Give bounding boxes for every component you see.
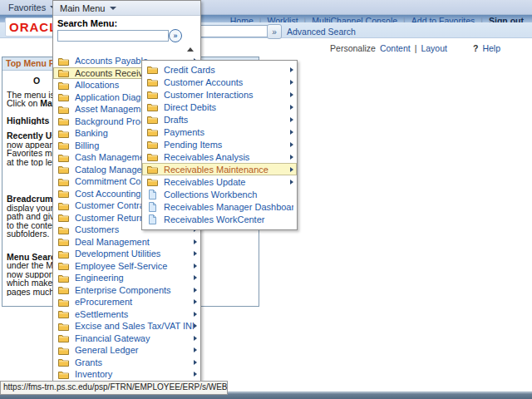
menu-item-employee-self-service[interactable]: Employee Self-Service [53, 260, 200, 273]
folder-icon [58, 68, 69, 77]
folder-icon [58, 237, 69, 246]
submenu-arrow-icon [194, 372, 197, 377]
application-window: Home|Worklist|MultiChannel Console|Add t… [0, 0, 532, 399]
page-icon [147, 190, 158, 200]
folder-icon [58, 333, 69, 342]
personalize-layout-link[interactable]: Layout [421, 43, 447, 53]
folder-icon [58, 153, 69, 162]
submenu-item-drafts[interactable]: Drafts [142, 113, 297, 126]
submenu-item-customer-interactions[interactable]: Customer Interactions [142, 88, 297, 101]
advanced-search-link[interactable]: Advanced Search [287, 27, 356, 37]
folder-icon [58, 346, 69, 355]
menu-item-label: Customer Interactions [164, 90, 290, 100]
scroll-up-icon [187, 47, 194, 52]
menu-item-eprocurement[interactable]: eProcurement [53, 296, 200, 308]
personalize-separator: | [415, 43, 417, 53]
folder-icon [58, 177, 69, 186]
menu-item-label: Receivables Manager Dashboard [164, 202, 293, 212]
menu-item-enterprise-components[interactable]: Enterprise Components [53, 284, 200, 297]
menu-item-development-utilities[interactable]: Development Utilities [53, 248, 200, 260]
submenu-item-customer-accounts[interactable]: Customer Accounts [142, 76, 297, 88]
folder-icon [58, 370, 69, 379]
folder-icon [58, 357, 69, 367]
menu-item-label: Receivables Maintenance [164, 165, 290, 175]
submenu-item-credit-cards[interactable]: Credit Cards [142, 63, 297, 76]
menu-item-engineering[interactable]: Engineering [53, 272, 200, 284]
submenu-item-receivables-manager-dashboard[interactable]: Receivables Manager Dashboard [142, 200, 297, 213]
search-menu-label: Search Menu: [53, 16, 200, 29]
menu-item-label: eSettlements [75, 309, 194, 319]
submenu-arrow-icon [290, 167, 293, 172]
folder-icon [58, 116, 69, 126]
submenu-item-pending-items[interactable]: Pending Items [142, 138, 297, 150]
submenu-item-direct-debits[interactable]: Direct Debits [142, 101, 297, 113]
menu-item-label: Pending Items [164, 140, 290, 150]
folder-icon [58, 285, 69, 294]
menu-item-label: Drafts [164, 115, 290, 125]
main-menu-button[interactable]: Main Menu [53, 1, 200, 16]
folder-icon [58, 261, 69, 270]
menu-item-deal-management[interactable]: Deal Management [53, 236, 200, 249]
personalize-content-link[interactable]: Content [380, 43, 411, 53]
personalize-label: Personalize [330, 43, 376, 53]
folder-icon [147, 77, 158, 86]
main-menu-label: Main Menu [60, 3, 105, 13]
menu-scroll-up-button[interactable] [53, 45, 200, 54]
status-url-tooltip: https://fms-trn.ps.sc.edu/psp/FTRN/EMPLO… [0, 381, 228, 395]
chevron-down-icon [110, 7, 116, 10]
folder-icon [147, 177, 158, 186]
submenu-arrow-icon [194, 336, 197, 341]
menu-item-label: Employee Self-Service [75, 261, 194, 271]
menu-item-grants[interactable]: Grants [53, 357, 200, 369]
folder-icon [147, 102, 158, 111]
menu-item-label: eProcurement [75, 297, 194, 307]
folder-icon [58, 249, 69, 259]
menu-item-excise-and-sales-tax-vat-ind[interactable]: Excise and Sales Tax/VAT IND [53, 320, 200, 332]
menu-item-label: Deal Management [75, 237, 194, 247]
menu-search-go-button[interactable]: » [169, 29, 182, 42]
submenu-arrow-icon [290, 105, 293, 110]
folder-icon [58, 189, 69, 198]
submenu-arrow-icon [290, 92, 293, 97]
help-link[interactable]: Help [482, 43, 500, 53]
menu-item-label: Payments [164, 127, 290, 137]
menu-item-label: Receivables WorkCenter [164, 214, 293, 224]
header-search-go-button[interactable]: » [267, 24, 282, 39]
page-icon [147, 202, 158, 212]
folder-icon [147, 65, 158, 74]
submenu-arrow-icon [194, 360, 197, 365]
folder-icon [147, 140, 158, 149]
submenu-item-payments[interactable]: Payments [142, 126, 297, 138]
folder-icon [58, 129, 69, 138]
submenu-item-receivables-maintenance[interactable]: Receivables Maintenance [142, 163, 297, 175]
menu-item-financial-gateway[interactable]: Financial Gateway [53, 332, 200, 345]
menu-item-label: Customer Accounts [164, 77, 290, 87]
submenu-item-receivables-workcenter[interactable]: Receivables WorkCenter [142, 213, 297, 225]
submenu-arrow-icon [290, 80, 293, 85]
menu-item-inventory[interactable]: Inventory [53, 368, 200, 381]
menu-item-label: Engineering [75, 273, 194, 283]
menu-item-label: Receivables Analysis [164, 152, 290, 162]
menu-item-general-ledger[interactable]: General Ledger [53, 344, 200, 357]
menu-item-label: Development Utilities [75, 249, 194, 259]
submenu-item-receivables-analysis[interactable]: Receivables Analysis [142, 150, 297, 163]
menu-item-label: Credit Cards [164, 65, 290, 75]
menu-search-input[interactable] [57, 30, 169, 42]
menu-item-label: Excise and Sales Tax/VAT IND [75, 321, 194, 331]
menu-item-label: Collections Workbench [164, 190, 293, 200]
submenu-item-collections-workbench[interactable]: Collections Workbench [142, 188, 297, 200]
folder-icon [58, 140, 69, 150]
submenu-arrow-icon [290, 117, 293, 122]
folder-icon [147, 152, 158, 161]
submenu-arrow-icon [194, 264, 197, 268]
folder-icon [58, 225, 69, 234]
personalize-bar: Personalize Content | Layout ? Help [330, 43, 500, 53]
folder-icon [58, 105, 69, 114]
submenu-item-receivables-update[interactable]: Receivables Update [142, 175, 297, 188]
help-icon: ? [473, 43, 478, 53]
folder-icon [147, 165, 158, 174]
menu-item-esettlements[interactable]: eSettlements [53, 308, 200, 321]
folder-icon [58, 309, 69, 318]
menu-item-label: Direct Debits [164, 102, 290, 112]
menu-item-label: Enterprise Components [75, 285, 194, 295]
